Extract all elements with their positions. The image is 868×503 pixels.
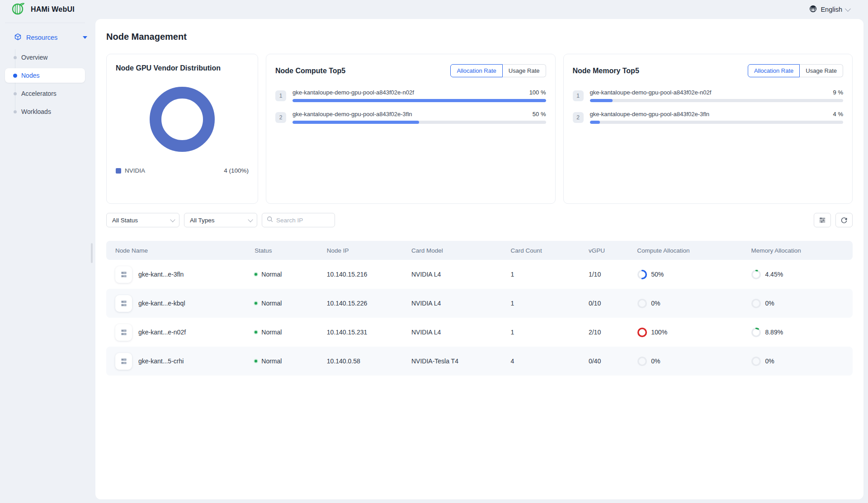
- memory-allocation-value: 8.89%: [765, 329, 783, 336]
- type-filter-select[interactable]: All Types: [184, 213, 257, 227]
- sidebar-item-overview[interactable]: Overview: [5, 50, 85, 65]
- chevron-down-icon: [248, 217, 253, 222]
- vgpu-ratio: 0/10: [589, 300, 637, 307]
- node-icon: [115, 324, 132, 341]
- refresh-button[interactable]: [835, 213, 853, 227]
- top5-node-name: gke-kantaloupe-demo-gpu-pool-a843f02e-n0…: [590, 89, 712, 96]
- allocation-rate-button[interactable]: Allocation Rate: [450, 64, 502, 77]
- search-ip-box: [262, 213, 335, 227]
- card-count: 4: [511, 357, 589, 365]
- top5-progress-bar: [292, 99, 546, 102]
- search-ip-input[interactable]: [276, 217, 326, 224]
- usage-rate-button[interactable]: Usage Rate: [503, 64, 546, 77]
- vgpu-ratio: 0/40: [589, 357, 637, 365]
- sidebar-item-label: Workloads: [21, 108, 51, 115]
- card-model: NVIDIA L4: [411, 271, 511, 278]
- node-name: gke-kant...5-crhi: [138, 357, 184, 365]
- memory-allocation-cell: 8.89%: [751, 327, 853, 338]
- sidebar-resize-handle[interactable]: [91, 243, 93, 263]
- status-normal-icon: [255, 273, 257, 276]
- col-memory-allocation: Memory Allocation: [751, 247, 853, 254]
- memory-ring-gauge: [751, 298, 761, 309]
- top5-node-name: gke-kantaloupe-demo-gpu-pool-a843f02e-n0…: [292, 89, 414, 96]
- sidebar-item-accelerators[interactable]: Accelerators: [5, 86, 85, 101]
- compute-allocation-value: 100%: [651, 329, 667, 336]
- column-settings-button[interactable]: [814, 213, 831, 227]
- node-icon: [115, 353, 132, 370]
- memory-top5-list: 1 gke-kantaloupe-demo-gpu-pool-a843f02e-…: [573, 89, 844, 124]
- page-title: Node Management: [106, 32, 853, 42]
- allocation-rate-button[interactable]: Allocation Rate: [748, 64, 800, 77]
- tree-dot-icon: [13, 74, 17, 78]
- memory-card-title: Node Memory Top5: [573, 67, 639, 75]
- hami-logo-icon: [11, 1, 25, 18]
- tree-dot-icon: [14, 92, 17, 95]
- node-name: gke-kant...e-kbql: [138, 300, 185, 307]
- top5-rate-value: 50 %: [533, 111, 546, 118]
- status-filter-select[interactable]: All Status: [106, 213, 179, 227]
- rank-badge: 1: [573, 90, 584, 101]
- memory-allocation-cell: 0%: [751, 298, 853, 309]
- sidebar-tree: Overview Nodes Accelerators Workloads: [0, 50, 95, 119]
- brand: HAMi WebUI: [11, 1, 75, 18]
- language-selector[interactable]: English: [809, 5, 850, 14]
- refresh-icon: [840, 216, 848, 224]
- app-title: HAMi WebUI: [31, 5, 75, 14]
- table-row[interactable]: gke-kant...5-crhi Normal 10.140.0.58 NVI…: [106, 347, 853, 376]
- compute-allocation-cell: 0%: [637, 356, 751, 367]
- top5-node-name: gke-kantaloupe-demo-gpu-pool-a843f02e-3f…: [292, 111, 412, 118]
- compute-card-title: Node Compute Top5: [275, 67, 345, 75]
- vgpu-ratio: 2/10: [589, 329, 637, 336]
- search-icon: [267, 216, 273, 224]
- legend-value: 4 (100%): [224, 167, 249, 174]
- table-row[interactable]: gke-kant...e-3fln Normal 10.140.15.216 N…: [106, 260, 853, 289]
- rank-badge: 1: [275, 90, 286, 101]
- compute-ring-gauge: [637, 269, 647, 280]
- sidebar-item-nodes[interactable]: Nodes: [5, 68, 85, 83]
- top5-item: 2 gke-kantaloupe-demo-gpu-pool-a843f02e-…: [275, 111, 546, 124]
- compute-allocation-cell: 0%: [637, 298, 751, 309]
- table-toolbar: All Status All Types: [106, 213, 853, 227]
- node-name: gke-kant...e-3fln: [138, 271, 184, 278]
- sidebar-item-workloads[interactable]: Workloads: [5, 104, 85, 119]
- tree-dot-icon: [14, 56, 17, 59]
- card-count: 1: [511, 329, 589, 336]
- node-icon: [115, 266, 132, 283]
- top5-item: 2 gke-kantaloupe-demo-gpu-pool-a843f02e-…: [573, 111, 844, 124]
- col-vgpu: vGPU: [589, 247, 637, 254]
- globe-icon: [809, 5, 817, 14]
- compute-allocation-value: 0%: [651, 357, 660, 365]
- col-status: Status: [255, 247, 327, 254]
- table-row[interactable]: gke-kant...e-kbql Normal 10.140.15.226 N…: [106, 289, 853, 318]
- table-row[interactable]: gke-kant...e-n02f Normal 10.140.15.231 N…: [106, 318, 853, 347]
- nodes-table: Node Name Status Node IP Card Model Card…: [106, 241, 853, 376]
- stat-cards-row: Node GPU Vendor Distribution NVIDIA 4 (1…: [106, 54, 853, 204]
- col-card-model: Card Model: [411, 247, 511, 254]
- sidebar: Resources Overview Nodes Accelerators Wo…: [0, 19, 95, 503]
- memory-allocation-value: 0%: [765, 300, 774, 307]
- compute-ring-gauge: [637, 298, 647, 309]
- sidebar-item-label: Accelerators: [21, 90, 57, 97]
- compute-allocation-value: 0%: [651, 300, 660, 307]
- status-label: Normal: [261, 300, 282, 307]
- rank-badge: 2: [573, 112, 584, 123]
- table-body: gke-kant...e-3fln Normal 10.140.15.216 N…: [106, 260, 853, 376]
- col-card-count: Card Count: [511, 247, 589, 254]
- top-header: HAMi WebUI English: [0, 0, 868, 19]
- top5-rate-value: 4 %: [833, 111, 843, 118]
- memory-allocation-value: 0%: [765, 357, 774, 365]
- rank-badge: 2: [275, 112, 286, 123]
- usage-rate-button[interactable]: Usage Rate: [800, 64, 843, 77]
- compute-rate-toggle: Allocation Rate Usage Rate: [450, 64, 546, 77]
- status-label: Normal: [261, 329, 282, 336]
- col-compute-allocation: Compute Allocation: [637, 247, 751, 254]
- node-ip: 10.140.15.226: [327, 300, 411, 307]
- vgpu-ratio: 1/10: [589, 271, 637, 278]
- top5-item: 1 gke-kantaloupe-demo-gpu-pool-a843f02e-…: [275, 89, 546, 102]
- sidebar-section-resources[interactable]: Resources: [0, 29, 95, 46]
- node-ip: 10.140.15.231: [327, 329, 411, 336]
- memory-allocation-value: 4.45%: [765, 271, 783, 278]
- memory-top5-card: Node Memory Top5 Allocation Rate Usage R…: [563, 54, 853, 204]
- compute-ring-gauge: [637, 356, 647, 367]
- top5-progress-bar: [590, 121, 844, 124]
